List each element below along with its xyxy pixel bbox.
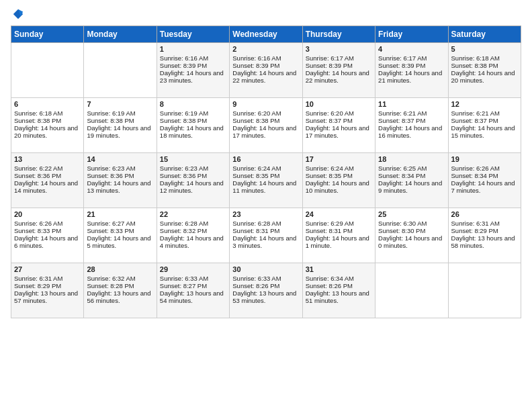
cell-info: Sunrise: 6:26 AM — [451, 165, 518, 172]
cell-info: Daylight: 14 hours and 12 minutes. — [160, 179, 226, 194]
cell-info: Sunset: 8:29 PM — [14, 282, 81, 289]
calendar-cell: 17Sunrise: 6:24 AMSunset: 8:35 PMDayligh… — [302, 153, 375, 208]
cell-info: Sunrise: 6:18 AM — [451, 54, 518, 62]
cell-info: Sunrise: 6:23 AM — [87, 165, 153, 172]
calendar-cell: 19Sunrise: 6:26 AMSunset: 8:34 PMDayligh… — [448, 153, 521, 208]
calendar-cell: 3Sunrise: 6:17 AMSunset: 8:39 PMDaylight… — [302, 43, 375, 98]
cell-info: Daylight: 13 hours and 53 minutes. — [232, 289, 299, 304]
calendar-cell: 1Sunrise: 6:16 AMSunset: 8:39 PMDaylight… — [157, 43, 229, 98]
day-number: 23 — [232, 210, 299, 218]
cell-info: Daylight: 14 hours and 13 minutes. — [87, 179, 153, 194]
weekday-header-wednesday: Wednesday — [230, 26, 302, 43]
cell-info: Sunset: 8:36 PM — [87, 172, 153, 179]
cell-info: Sunset: 8:39 PM — [160, 62, 226, 69]
cell-info: Daylight: 14 hours and 18 minutes. — [160, 124, 226, 139]
calendar-cell: 13Sunrise: 6:22 AMSunset: 8:36 PMDayligh… — [11, 153, 84, 208]
calendar-cell: 5Sunrise: 6:18 AMSunset: 8:38 PMDaylight… — [448, 43, 521, 98]
cell-info: Daylight: 14 hours and 23 minutes. — [160, 69, 226, 84]
cell-info: Daylight: 14 hours and 17 minutes. — [232, 124, 299, 139]
cell-info: Sunset: 8:37 PM — [451, 117, 518, 124]
cell-info: Daylight: 14 hours and 21 minutes. — [378, 69, 445, 84]
day-number: 29 — [160, 265, 226, 273]
day-number: 14 — [87, 155, 153, 163]
cell-info: Daylight: 14 hours and 22 minutes. — [232, 69, 299, 84]
calendar-cell — [448, 263, 521, 318]
calendar-cell: 28Sunrise: 6:32 AMSunset: 8:28 PMDayligh… — [84, 263, 157, 318]
cell-info: Sunrise: 6:21 AM — [451, 109, 518, 117]
day-number: 22 — [160, 210, 226, 218]
cell-info: Sunset: 8:35 PM — [306, 172, 372, 179]
calendar-cell: 6Sunrise: 6:18 AMSunset: 8:38 PMDaylight… — [11, 98, 84, 153]
calendar-cell: 7Sunrise: 6:19 AMSunset: 8:38 PMDaylight… — [84, 98, 157, 153]
cell-info: Daylight: 14 hours and 22 minutes. — [306, 69, 372, 84]
cell-info: Daylight: 14 hours and 6 minutes. — [14, 234, 81, 249]
cell-info: Daylight: 14 hours and 17 minutes. — [306, 124, 372, 139]
calendar-cell: 22Sunrise: 6:28 AMSunset: 8:32 PMDayligh… — [157, 208, 229, 263]
calendar-cell: 11Sunrise: 6:21 AMSunset: 8:37 PMDayligh… — [375, 98, 448, 153]
day-number: 11 — [378, 100, 445, 108]
cell-info: Sunset: 8:33 PM — [87, 227, 153, 234]
day-number: 12 — [451, 100, 518, 108]
day-number: 28 — [87, 265, 153, 273]
cell-info: Sunrise: 6:25 AM — [378, 165, 445, 172]
cell-info: Sunrise: 6:20 AM — [306, 109, 372, 117]
calendar-week-row: 20Sunrise: 6:26 AMSunset: 8:33 PMDayligh… — [11, 208, 521, 263]
cell-info: Daylight: 13 hours and 57 minutes. — [14, 289, 81, 304]
day-number: 1 — [160, 45, 226, 53]
day-number: 16 — [232, 155, 299, 163]
calendar-cell — [84, 43, 157, 98]
cell-info: Daylight: 14 hours and 3 minutes. — [232, 234, 299, 249]
weekday-header-saturday: Saturday — [448, 26, 521, 43]
calendar-cell: 12Sunrise: 6:21 AMSunset: 8:37 PMDayligh… — [448, 98, 521, 153]
cell-info: Sunset: 8:38 PM — [14, 117, 81, 124]
cell-info: Sunrise: 6:31 AM — [14, 275, 81, 282]
logo — [11, 8, 24, 20]
day-number: 13 — [14, 155, 81, 163]
cell-info: Daylight: 14 hours and 20 minutes. — [451, 69, 518, 84]
weekday-header-thursday: Thursday — [302, 26, 375, 43]
cell-info: Daylight: 14 hours and 1 minute. — [306, 234, 372, 249]
day-number: 20 — [14, 210, 81, 218]
calendar-week-row: 6Sunrise: 6:18 AMSunset: 8:38 PMDaylight… — [11, 98, 521, 153]
cell-info: Sunrise: 6:17 AM — [378, 54, 445, 62]
calendar-cell: 31Sunrise: 6:34 AMSunset: 8:26 PMDayligh… — [302, 263, 375, 318]
calendar-cell: 16Sunrise: 6:24 AMSunset: 8:35 PMDayligh… — [230, 153, 302, 208]
cell-info: Daylight: 14 hours and 4 minutes. — [160, 234, 226, 249]
cell-info: Sunset: 8:32 PM — [160, 227, 226, 234]
day-number: 18 — [378, 155, 445, 163]
cell-info: Sunset: 8:27 PM — [160, 282, 226, 289]
weekday-header-monday: Monday — [84, 26, 157, 43]
cell-info: Daylight: 14 hours and 10 minutes. — [306, 179, 372, 194]
cell-info: Sunset: 8:37 PM — [378, 117, 445, 124]
cell-info: Sunrise: 6:28 AM — [160, 220, 226, 227]
day-number: 2 — [232, 45, 299, 53]
day-number: 25 — [378, 210, 445, 218]
calendar-cell: 9Sunrise: 6:20 AMSunset: 8:38 PMDaylight… — [230, 98, 302, 153]
weekday-header-row: SundayMondayTuesdayWednesdayThursdayFrid… — [11, 26, 521, 43]
cell-info: Sunrise: 6:32 AM — [87, 275, 153, 282]
cell-info: Sunrise: 6:21 AM — [378, 109, 445, 117]
cell-info: Sunset: 8:34 PM — [451, 172, 518, 179]
cell-info: Sunset: 8:33 PM — [14, 227, 81, 234]
cell-info: Daylight: 14 hours and 7 minutes. — [451, 179, 518, 194]
cell-info: Daylight: 14 hours and 14 minutes. — [14, 179, 81, 194]
cell-info: Daylight: 13 hours and 56 minutes. — [87, 289, 153, 304]
cell-info: Sunset: 8:37 PM — [306, 117, 372, 124]
cell-info: Sunrise: 6:22 AM — [14, 165, 81, 172]
cell-info: Sunset: 8:34 PM — [378, 172, 445, 179]
cell-info: Daylight: 13 hours and 58 minutes. — [451, 234, 518, 249]
day-number: 3 — [306, 45, 372, 53]
cell-info: Sunrise: 6:18 AM — [14, 109, 81, 117]
calendar-cell: 8Sunrise: 6:19 AMSunset: 8:38 PMDaylight… — [157, 98, 229, 153]
cell-info: Sunrise: 6:24 AM — [232, 165, 299, 172]
weekday-header-friday: Friday — [375, 26, 448, 43]
cell-info: Sunrise: 6:19 AM — [87, 109, 153, 117]
day-number: 15 — [160, 155, 226, 163]
calendar-cell: 21Sunrise: 6:27 AMSunset: 8:33 PMDayligh… — [84, 208, 157, 263]
cell-info: Sunrise: 6:24 AM — [306, 165, 372, 172]
calendar-cell: 27Sunrise: 6:31 AMSunset: 8:29 PMDayligh… — [11, 263, 84, 318]
day-number: 4 — [378, 45, 445, 53]
calendar-cell: 23Sunrise: 6:28 AMSunset: 8:31 PMDayligh… — [230, 208, 302, 263]
cell-info: Sunset: 8:38 PM — [451, 62, 518, 69]
cell-info: Sunrise: 6:28 AM — [232, 220, 299, 227]
